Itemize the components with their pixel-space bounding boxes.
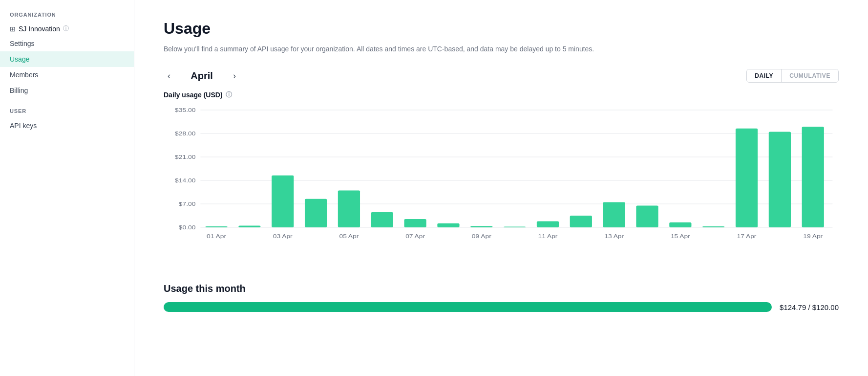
prev-month-button[interactable]: ‹ (164, 69, 174, 82)
sidebar-item-billing[interactable]: Billing (0, 83, 134, 98)
usage-bar-label: $124.79 / $120.00 (780, 303, 839, 311)
sidebar-item-api-keys[interactable]: API keys (0, 118, 134, 133)
svg-text:05 Apr: 05 Apr (339, 234, 359, 240)
svg-text:15 Apr: 15 Apr (671, 234, 690, 240)
view-toggle: DAILY CUMULATIVE (746, 69, 839, 83)
next-month-button[interactable]: › (229, 69, 240, 82)
svg-rect-15 (305, 199, 327, 227)
svg-rect-27 (702, 226, 724, 227)
svg-rect-19 (437, 223, 459, 227)
svg-rect-13 (238, 226, 260, 227)
page-description: Below you'll find a summary of API usage… (164, 44, 603, 54)
svg-rect-29 (769, 132, 791, 228)
svg-text:11 Apr: 11 Apr (538, 234, 558, 240)
svg-rect-17 (371, 212, 393, 227)
usage-bar-track (164, 302, 772, 312)
month-label: April (182, 70, 221, 82)
svg-rect-30 (802, 127, 824, 228)
sidebar-item-usage[interactable]: Usage (0, 51, 134, 67)
org-row: ⊞ SJ Innovation ⓘ (0, 22, 134, 36)
svg-rect-25 (636, 206, 658, 228)
svg-text:07 Apr: 07 Apr (405, 234, 425, 240)
svg-text:$35.00: $35.00 (175, 108, 195, 113)
info-icon[interactable]: ⓘ (63, 24, 69, 33)
chart-info-icon[interactable]: ⓘ (226, 90, 232, 99)
svg-rect-20 (470, 226, 492, 228)
svg-rect-16 (338, 191, 360, 227)
svg-text:$7.00: $7.00 (179, 201, 196, 207)
cumulative-toggle-button[interactable]: CUMULATIVE (782, 69, 838, 82)
svg-text:09 Apr: 09 Apr (472, 234, 491, 240)
bar-chart: $35.00 $28.00 $21.00 $14.00 $7.00 $0.00 (164, 105, 839, 262)
sidebar: ORGANIZATION ⊞ SJ Innovation ⓘ Settings … (0, 0, 134, 376)
main-content: Usage Below you'll find a summary of API… (134, 0, 868, 376)
svg-rect-26 (669, 222, 691, 227)
usage-month-section: Usage this month $124.79 / $120.00 (164, 283, 839, 312)
chart-label: Daily usage (USD) ⓘ (164, 90, 839, 99)
svg-text:17 Apr: 17 Apr (737, 234, 757, 240)
svg-text:01 Apr: 01 Apr (207, 234, 226, 240)
svg-text:$0.00: $0.00 (179, 225, 196, 231)
svg-text:03 Apr: 03 Apr (273, 234, 293, 240)
svg-text:$28.00: $28.00 (175, 131, 195, 137)
svg-text:$21.00: $21.00 (175, 155, 195, 160)
sidebar-item-members[interactable]: Members (0, 67, 134, 83)
svg-rect-14 (272, 176, 294, 227)
user-section-label: USER (0, 108, 134, 118)
building-icon: ⊞ (10, 25, 16, 33)
org-nav: Settings Usage Members Billing (0, 36, 134, 98)
svg-rect-24 (603, 202, 625, 227)
svg-rect-22 (537, 221, 559, 227)
usage-bar-row: $124.79 / $120.00 (164, 302, 839, 312)
sidebar-item-settings[interactable]: Settings (0, 36, 134, 51)
svg-rect-28 (736, 129, 758, 227)
org-name: SJ Innovation (19, 25, 60, 33)
usage-month-title: Usage this month (164, 283, 839, 294)
chart-container: Daily usage (USD) ⓘ $35.00 $28.00 $21.00… (164, 90, 839, 264)
org-section-label: ORGANIZATION (0, 12, 134, 22)
chart-header: ‹ April › DAILY CUMULATIVE (164, 69, 839, 83)
svg-text:13 Apr: 13 Apr (604, 234, 624, 240)
svg-rect-23 (570, 216, 592, 227)
chart-svg: $35.00 $28.00 $21.00 $14.00 $7.00 $0.00 (164, 105, 839, 264)
svg-rect-12 (205, 226, 227, 227)
daily-toggle-button[interactable]: DAILY (747, 69, 782, 82)
svg-text:19 Apr: 19 Apr (803, 234, 823, 240)
svg-rect-18 (404, 219, 426, 227)
svg-rect-21 (504, 227, 526, 227)
svg-text:$14.00: $14.00 (175, 178, 195, 184)
page-title: Usage (164, 20, 839, 38)
month-nav: ‹ April › (164, 69, 240, 82)
